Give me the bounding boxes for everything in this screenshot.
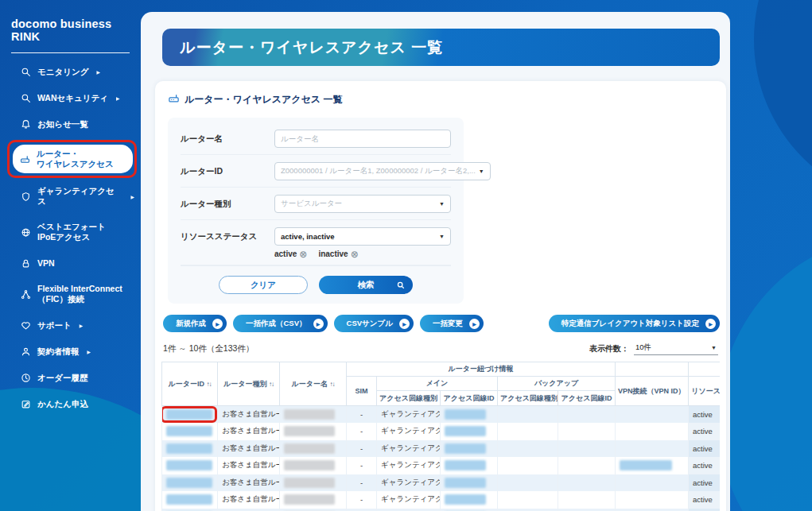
sidebar-item-fic[interactable]: Flexible InterConnect （FIC）接続 (21, 284, 134, 304)
sidebar-item-notice-list[interactable]: お知らせ一覧 (21, 118, 134, 130)
router-name-cell (280, 491, 347, 509)
main-line-type-cell: ギャランティアクセス (377, 440, 441, 458)
router-name-cell (280, 423, 347, 440)
sim-cell: - (347, 406, 377, 424)
search-button[interactable]: 検索 (319, 276, 413, 294)
router-icon (168, 92, 180, 107)
router-type-cell: お客さま自営ルーター (218, 491, 280, 509)
action-button-label: 一括作成（CSV） (246, 319, 307, 329)
person-icon (21, 346, 31, 357)
sidebar-item-label: サポート (37, 320, 72, 331)
redacted-router-id (166, 460, 212, 470)
redacted-router-name (284, 426, 335, 436)
col-group-link-info: ルーター紐づけ情報 (347, 362, 616, 377)
chevron-right-icon: ▶ (80, 323, 84, 328)
vpn-cell (616, 457, 689, 474)
sim-cell: - (347, 457, 377, 474)
sidebar-item-wan-security[interactable]: WANセキュリティ▶ (21, 92, 134, 103)
bulk-create-csv-button[interactable]: 一括作成（CSV）▶ (233, 315, 328, 332)
sidebar-item-label: ベストエフォート IPoEアクセス (37, 222, 106, 242)
bulk-change-button[interactable]: 一括変更▶ (420, 315, 484, 332)
table-row: お客さま自営ルーター-ギャランティアクセスactive (162, 491, 721, 509)
router-type-label: ルーター種別 (181, 195, 274, 210)
search-icon (397, 281, 405, 289)
breakout-list-settings-button[interactable]: 特定通信ブレイクアウト対象リスト設定 ▶ (549, 315, 720, 332)
router-id-link[interactable] (162, 509, 218, 511)
main-line-type-cell: ギャランティアクセス (377, 457, 441, 474)
chip-remove-icon[interactable]: ⊗ (299, 250, 307, 258)
sim-cell: - (347, 509, 377, 511)
resource-status-cell: active (689, 423, 720, 440)
backup-line-id-cell (558, 406, 616, 424)
router-id-link[interactable] (162, 457, 218, 474)
magnifier-icon (21, 67, 31, 77)
backup-line-type-cell (498, 440, 558, 458)
redacted-line-id (445, 494, 486, 505)
main-line-id-cell (441, 423, 498, 440)
router-type-cell: お客さま自営ルーター (218, 474, 280, 492)
create-new-button[interactable]: 新規作成▶ (163, 315, 227, 332)
col-header-main-line-id: アクセス回線ID (441, 391, 498, 406)
table-row: お客さま自営ルーター-ギャランティアクセスactive (162, 406, 721, 424)
backup-line-type-cell (498, 474, 558, 492)
chip-active-label: active (274, 250, 297, 258)
section-title: ルーター・ワイヤレスアクセス 一覧 (185, 93, 342, 106)
sidebar-item-vpn[interactable]: VPN (21, 257, 134, 269)
router-id-select[interactable]: Z000000001 / ルーター名1, Z000000002 / ルーター名2… (274, 162, 491, 180)
sidebar-item-order-history[interactable]: オーダー履歴 (21, 372, 134, 383)
col-header-spacer (616, 362, 689, 377)
redacted-router-id (166, 478, 212, 488)
sidebar-item-monitoring[interactable]: モニタリング▶ (21, 66, 134, 77)
backup-line-id-cell (558, 474, 616, 492)
sidebar-item-best-effort-ipoe[interactable]: ベストエフォート IPoEアクセス (21, 222, 134, 242)
col-header-router-name[interactable]: ルーター名 ↑↓ (280, 362, 347, 406)
resource-status-select[interactable]: active, inactive ▼ (274, 227, 451, 246)
backup-line-id-cell (558, 491, 616, 509)
search-button-label: 検索 (358, 280, 375, 291)
router-name-label: ルーター名 (181, 130, 274, 145)
sort-icon: ↑↓ (206, 381, 211, 388)
router-name-input[interactable] (274, 130, 451, 148)
chevron-down-icon: ▼ (439, 234, 445, 239)
csv-sample-button[interactable]: CSVサンプル▶ (334, 315, 414, 332)
sidebar-item-label: かんたん申込 (37, 399, 88, 409)
sidebar-item-easy-apply[interactable]: かんたん申込 (21, 398, 134, 409)
arrow-right-icon: ▶ (399, 319, 410, 329)
sidebar-item-support[interactable]: サポート▶ (21, 319, 134, 331)
page-size-select[interactable]: 10件 ▼ (634, 342, 718, 355)
col-header-router-type[interactable]: ルーター種別 ↑↓ (218, 362, 280, 406)
redacted-router-id (166, 443, 212, 454)
chevron-down-icon: ▼ (439, 201, 445, 207)
router-id-link[interactable] (162, 491, 218, 509)
resource-status-cell: active (689, 491, 720, 509)
col-header-router-id[interactable]: ルーターID ↑↓ (162, 362, 218, 406)
globe-icon (21, 227, 31, 238)
router-type-cell: お客さま自営ルーター (218, 457, 280, 474)
redacted-line-id (445, 460, 486, 470)
router-id-link[interactable] (162, 440, 218, 458)
router-id-link[interactable] (162, 423, 218, 440)
redacted-router-name (284, 409, 335, 420)
router-icon (20, 154, 30, 165)
router-type-cell: お客さま自営ルーター (218, 423, 280, 440)
sidebar-item-contractor-info[interactable]: 契約者情報▶ (21, 346, 134, 357)
router-id-link[interactable] (162, 474, 218, 492)
chip-remove-icon[interactable]: ⊗ (351, 250, 359, 258)
router-type-select[interactable]: サービスルーター ▼ (274, 195, 451, 213)
sidebar-item-label: VPN (37, 258, 55, 269)
col-header-vpn[interactable]: VPN接続（VPN ID） ↑↓ (616, 377, 689, 406)
sidebar-item-guarantee-access[interactable]: ギャランティアクセス▶ (21, 186, 134, 207)
chip-inactive-label: inactive (318, 250, 348, 258)
main-line-type-cell: ギャランティアクセス (377, 491, 441, 509)
table-row: お客さま自営ルーター-ギャランティアクセスactive (162, 423, 721, 440)
page-size-value: 10件 (635, 343, 651, 353)
list-section-card: ルーター・ワイヤレスアクセス 一覧 ルーター名 ルーターID Z00000000… (155, 81, 726, 511)
chip-inactive: inactive ⊗ (318, 250, 358, 258)
page-banner: ルーター・ワイヤレスアクセス 一覧 (162, 29, 720, 66)
sidebar-item-router-wireless-access[interactable]: ルーター・ ワイヤレスアクセス (13, 145, 133, 173)
redacted-line-id (445, 478, 486, 488)
heart-icon (21, 320, 31, 331)
router-id-link[interactable] (162, 406, 218, 424)
clear-button[interactable]: クリア (219, 276, 308, 294)
sidebar-item-label: ギャランティアクセス (37, 186, 122, 207)
